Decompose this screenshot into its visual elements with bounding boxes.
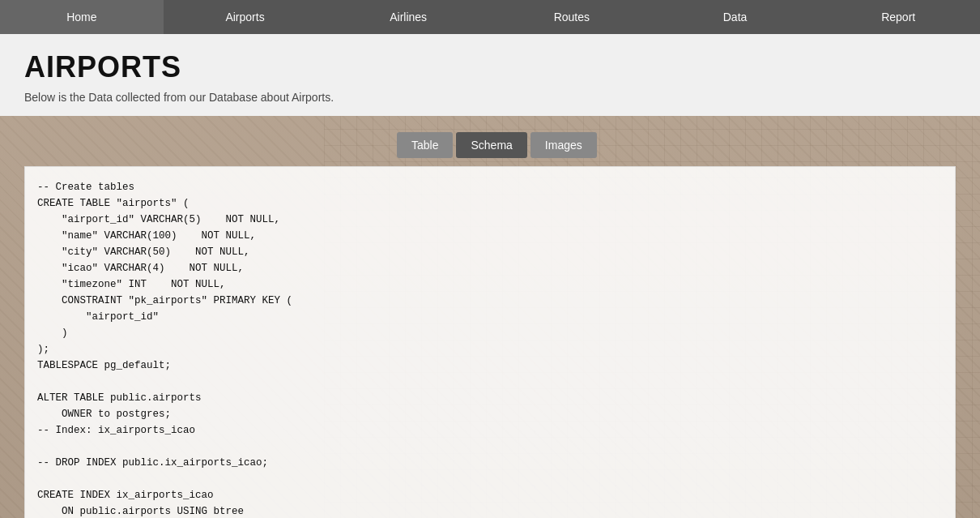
nav-airlines[interactable]: Airlines (326, 0, 490, 34)
page-subtitle: Below is the Data collected from our Dat… (24, 91, 956, 104)
page-title: AIRPORTS (24, 50, 956, 84)
page-header: AIRPORTS Below is the Data collected fro… (0, 34, 980, 116)
tab-table[interactable]: Table (397, 132, 453, 158)
nav-report[interactable]: Report (816, 0, 980, 34)
schema-code-text: -- Create tables CREATE TABLE "airports"… (37, 179, 939, 518)
nav-data[interactable]: Data (654, 0, 817, 34)
tab-schema[interactable]: Schema (456, 132, 526, 158)
tab-images[interactable]: Images (530, 132, 597, 158)
main-content: Table Schema Images -- Create tables CRE… (0, 116, 980, 518)
main-nav: Home Airports Airlines Routes Data Repor… (0, 0, 980, 34)
tabs-bar: Table Schema Images (0, 116, 980, 158)
nav-airports[interactable]: Airports (164, 0, 327, 34)
schema-code-panel[interactable]: -- Create tables CREATE TABLE "airports"… (24, 166, 956, 518)
nav-home[interactable]: Home (0, 0, 164, 34)
nav-routes[interactable]: Routes (490, 0, 654, 34)
